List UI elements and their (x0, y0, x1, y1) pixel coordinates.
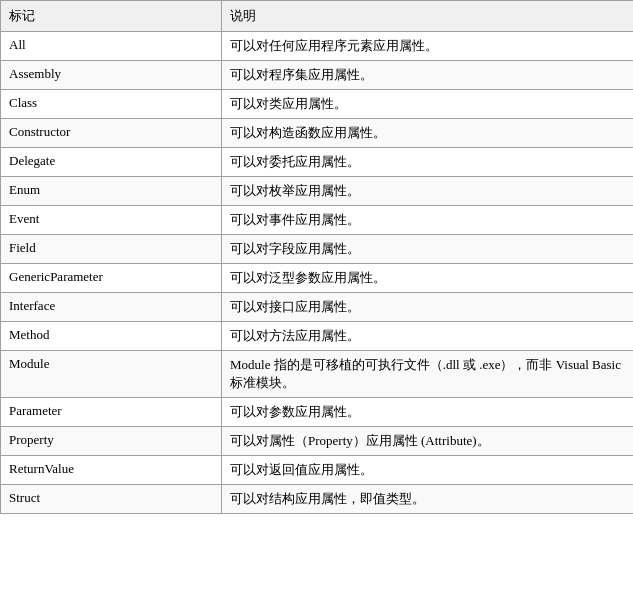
table-row: Field可以对字段应用属性。 (1, 235, 634, 264)
table-row: Enum可以对枚举应用属性。 (1, 177, 634, 206)
cell-desc: Module 指的是可移植的可执行文件（.dll 或 .exe），而非 Visu… (222, 351, 634, 398)
table-row: Property可以对属性（Property）应用属性 (Attribute)。 (1, 427, 634, 456)
cell-tag: Delegate (1, 148, 222, 177)
cell-desc: 可以对事件应用属性。 (222, 206, 634, 235)
cell-desc: 可以对属性（Property）应用属性 (Attribute)。 (222, 427, 634, 456)
cell-desc: 可以对委托应用属性。 (222, 148, 634, 177)
cell-desc: 可以对构造函数应用属性。 (222, 119, 634, 148)
cell-tag: Assembly (1, 61, 222, 90)
cell-desc: 可以对类应用属性。 (222, 90, 634, 119)
table-row: Struct可以对结构应用属性，即值类型。 (1, 485, 634, 514)
cell-desc: 可以对泛型参数应用属性。 (222, 264, 634, 293)
cell-tag: Enum (1, 177, 222, 206)
cell-desc: 可以对返回值应用属性。 (222, 456, 634, 485)
cell-desc: 可以对任何应用程序元素应用属性。 (222, 32, 634, 61)
table-row: Assembly可以对程序集应用属性。 (1, 61, 634, 90)
cell-tag: Property (1, 427, 222, 456)
cell-desc: 可以对枚举应用属性。 (222, 177, 634, 206)
table-row: Constructor可以对构造函数应用属性。 (1, 119, 634, 148)
table-row: Interface可以对接口应用属性。 (1, 293, 634, 322)
cell-desc: 可以对接口应用属性。 (222, 293, 634, 322)
table-row: GenericParameter可以对泛型参数应用属性。 (1, 264, 634, 293)
table-row: Event可以对事件应用属性。 (1, 206, 634, 235)
cell-tag: Struct (1, 485, 222, 514)
table-row: Delegate可以对委托应用属性。 (1, 148, 634, 177)
cell-tag: All (1, 32, 222, 61)
cell-tag: Constructor (1, 119, 222, 148)
table-row: ModuleModule 指的是可移植的可执行文件（.dll 或 .exe），而… (1, 351, 634, 398)
cell-tag: Method (1, 322, 222, 351)
cell-tag: Module (1, 351, 222, 398)
cell-tag: Parameter (1, 398, 222, 427)
cell-tag: GenericParameter (1, 264, 222, 293)
table-row: Method可以对方法应用属性。 (1, 322, 634, 351)
cell-tag: ReturnValue (1, 456, 222, 485)
cell-desc: 可以对程序集应用属性。 (222, 61, 634, 90)
table-header-row: 标记 说明 (1, 1, 634, 32)
cell-tag: Class (1, 90, 222, 119)
cell-tag: Interface (1, 293, 222, 322)
cell-tag: Field (1, 235, 222, 264)
cell-desc: 可以对字段应用属性。 (222, 235, 634, 264)
header-desc: 说明 (222, 1, 634, 32)
cell-desc: 可以对方法应用属性。 (222, 322, 634, 351)
cell-desc: 可以对参数应用属性。 (222, 398, 634, 427)
table-row: Parameter可以对参数应用属性。 (1, 398, 634, 427)
header-tag: 标记 (1, 1, 222, 32)
table-row: Class可以对类应用属性。 (1, 90, 634, 119)
attribute-targets-table: 标记 说明 All可以对任何应用程序元素应用属性。Assembly可以对程序集应… (0, 0, 633, 514)
table-row: All可以对任何应用程序元素应用属性。 (1, 32, 634, 61)
table-row: ReturnValue可以对返回值应用属性。 (1, 456, 634, 485)
cell-desc: 可以对结构应用属性，即值类型。 (222, 485, 634, 514)
cell-tag: Event (1, 206, 222, 235)
